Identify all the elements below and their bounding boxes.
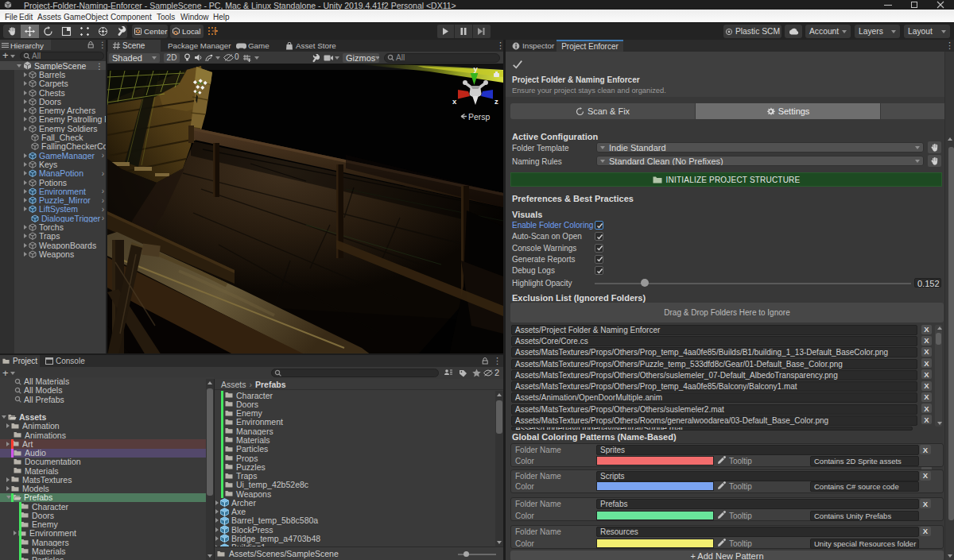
svg-text:x: x <box>452 97 457 106</box>
svg-text:Persp: Persp <box>468 112 491 122</box>
svg-text:z: z <box>494 97 498 106</box>
svg-text:y: y <box>474 64 479 73</box>
